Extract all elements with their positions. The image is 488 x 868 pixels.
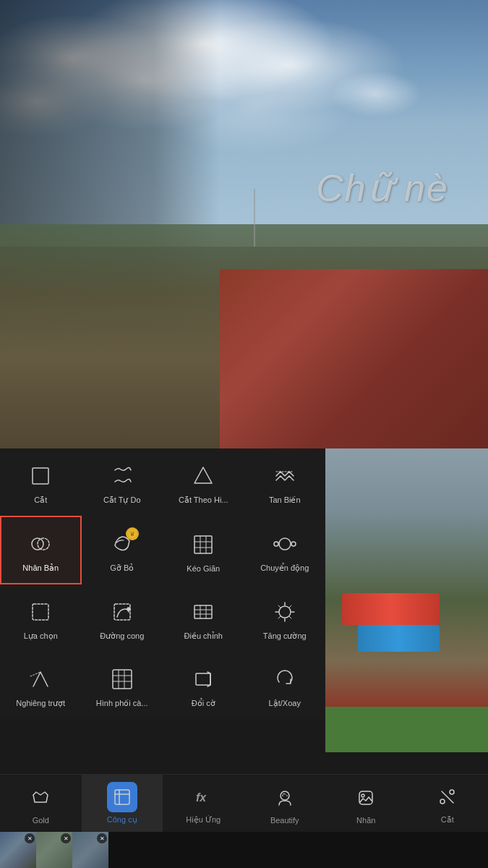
tool-lua-chon-label: Lựa chọn [24,631,58,641]
svg-text:fx: fx [196,791,207,804]
flip-rotate-icon [271,665,299,693]
svg-rect-36 [115,790,129,804]
svg-line-26 [278,605,281,608]
nav-gold[interactable]: Gold [0,775,82,832]
svg-rect-43 [359,791,372,804]
enhance-icon [271,598,299,626]
green-roof [325,707,488,752]
svg-point-15 [127,608,130,610]
photo-text-overlay: Chữ nè [316,166,449,210]
tool-keo-gian[interactable]: Kéo Giãn [163,516,244,584]
tool-cat[interactable]: Cắt [0,448,82,516]
tool-hinh-phoi-label: Hình phối cà... [96,699,148,708]
tool-dieu-chinh[interactable]: Điều chỉnh [163,584,244,652]
svg-point-11 [291,542,296,546]
tool-cat-theo-hinh[interactable]: Cắt Theo Hi... [163,448,244,516]
remove-icon: ♛ [108,530,136,558]
nav-nhan-label: Nhãn [356,816,375,825]
tool-go-bo[interactable]: ♛ Gỡ Bỏ [82,516,163,584]
nav-nhan[interactable]: Nhãn [325,775,407,832]
svg-rect-30 [113,670,132,689]
svg-point-10 [279,538,291,550]
photo-canvas: Chữ nè [0,0,488,448]
crop-icon [27,462,54,490]
select-icon [27,598,54,626]
curve-icon [108,598,136,626]
svg-line-28 [289,605,291,608]
hieu-ung-icon-wrap: fx [188,782,218,812]
tools-grid: Cắt Cắt Tự Do Cắt Theo Hi... [0,448,325,719]
film-close-1[interactable]: ✕ [25,833,35,843]
tool-doi-co[interactable]: Đổi cờ [163,652,244,719]
svg-rect-14 [114,604,130,620]
tool-nhan-ban-label: Nhân Bản [22,563,59,573]
nav-cong-cu[interactable]: Công cụ [82,775,163,832]
tool-tang-cuong-label: Tăng cường [263,631,307,641]
crown-icon: ♛ [129,531,135,537]
svg-line-29 [278,616,281,618]
tool-dieu-chinh-label: Điều chỉnh [184,631,223,641]
film-thumb-2[interactable]: ✕ [36,832,72,868]
svg-point-44 [361,794,364,797]
nav-cat-label: Cắt [441,815,454,825]
svg-point-41 [282,795,283,796]
bottom-navigation: Gold Công cụ fx Hiệu Ứng [0,774,488,832]
tilt-icon [27,665,54,693]
nav-cat[interactable]: Cắt [407,775,489,832]
filmstrip: ✕ ✕ ✕ [0,832,488,868]
nav-beautify[interactable]: Beautify [244,775,326,832]
tool-cat-label: Cắt [34,495,47,505]
adjust-icon [189,598,217,626]
svg-point-12 [274,542,278,546]
tool-tan-bien[interactable]: Tan Biến [244,448,326,516]
gold-icon-wrap [25,783,56,813]
premium-badge: ♛ [126,527,139,540]
tool-lat-xoay[interactable]: Lật/Xoay [244,652,326,719]
tool-duong-cong[interactable]: Đường cong [82,584,163,652]
tool-lat-xoay-label: Lật/Xoay [269,699,301,708]
tool-doi-co-label: Đổi cờ [192,699,215,708]
nav-gold-label: Gold [33,816,49,825]
svg-marker-1 [194,467,212,483]
svg-line-27 [289,616,291,618]
tool-tang-cuong[interactable]: Tăng cường [244,584,326,652]
tool-nghieng-truot[interactable]: Nghiêng trượt [0,652,82,719]
tool-keo-gian-label: Kéo Giãn [187,564,220,573]
rooftop [220,269,488,448]
svg-rect-5 [194,536,212,553]
tool-cat-tu-do[interactable]: Cắt Tự Do [82,448,163,516]
vehicle-area [325,570,488,661]
tool-chuyen-dong[interactable]: Chuyển động [244,516,326,584]
tools-panel: Cắt Cắt Tự Do Cắt Theo Hi... [0,448,325,719]
tool-cat-tu-do-label: Cắt Tự Do [103,495,141,505]
shape-crop-icon [189,462,217,490]
tool-lua-chon[interactable]: Lựa chọn [0,584,82,652]
tool-nghieng-truot-label: Nghiêng trượt [16,699,65,708]
stretch-icon [189,531,217,558]
nav-hieu-ung[interactable]: fx Hiệu Ứng [163,775,244,832]
nhan-icon-wrap [351,783,381,813]
svg-point-21 [279,606,291,618]
tool-tan-bien-label: Tan Biến [269,495,301,505]
tool-go-bo-label: Gỡ Bỏ [110,563,134,573]
cat-nav-icon-wrap [432,782,463,812]
tool-duong-cong-label: Đường cong [100,631,144,641]
vehicle-red [342,593,440,625]
film-close-2[interactable]: ✕ [61,833,71,843]
film-close-3[interactable]: ✕ [97,833,107,843]
film-thumb-1[interactable]: ✕ [0,832,36,868]
film-thumb-3[interactable]: ✕ [72,832,108,868]
dissolve-icon [271,462,299,490]
svg-rect-35 [196,673,210,685]
svg-rect-16 [194,605,212,618]
duplicate-icon [27,530,54,558]
svg-point-40 [281,791,289,800]
svg-rect-0 [33,468,48,484]
photo-right-inner [325,448,488,752]
vehicle-blue [358,625,440,652]
tool-hinh-phoi[interactable]: Hình phối cà... [82,652,163,719]
antenna [254,189,255,247]
tool-nhan-ban[interactable]: Nhân Bản [0,516,82,584]
svg-rect-13 [33,604,48,620]
tool-cat-theo-hinh-label: Cắt Theo Hi... [179,495,228,505]
